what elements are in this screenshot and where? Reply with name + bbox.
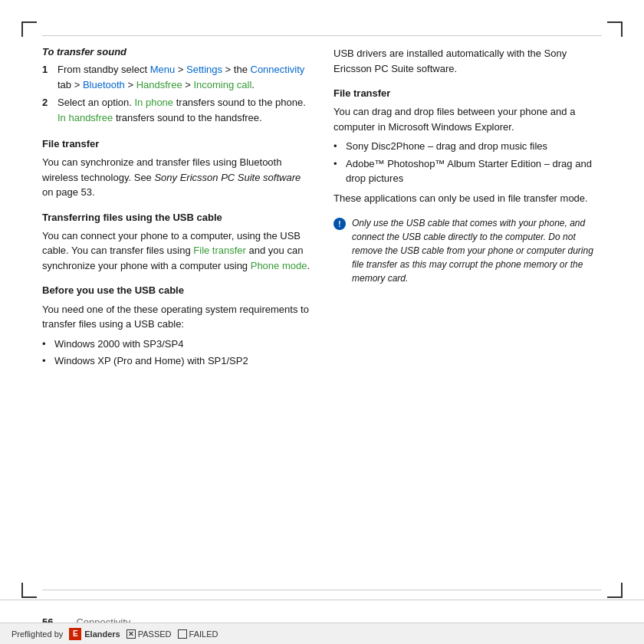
- before-usb-bullets: Windows 2000 with SP3/SP4 Windows XP (Pr…: [42, 337, 310, 369]
- bullet-text: Adobe™ Photoshop™ Album Starter Edition …: [346, 156, 602, 186]
- failed-indicator: FAILED: [178, 629, 219, 639]
- corner-mark-br: [607, 583, 623, 598]
- page-container: To transfer sound 1 From standby select …: [0, 0, 644, 644]
- elanders-logo: E Elanders: [69, 628, 120, 640]
- usb-drivers-text: USB drivers are installed automatically …: [334, 46, 602, 76]
- list-item: Adobe™ Photoshop™ Album Starter Edition …: [334, 156, 602, 186]
- file-transfer-footer: These applications can only be used in f…: [334, 191, 602, 206]
- before-usb-title: Before you use the USB cable: [42, 284, 310, 297]
- note-text: Only use the USB cable that comes with y…: [352, 216, 602, 285]
- note-box: ! Only use the USB cable that comes with…: [334, 216, 602, 285]
- list-item-2-text: Select an option. In phone transfers sou…: [58, 95, 310, 125]
- right-column: USB drivers are installed automatically …: [334, 38, 602, 583]
- before-usb-body: You need one of the these operating syst…: [42, 302, 310, 332]
- file-transfer-title-1: File transfer: [42, 137, 310, 151]
- numbered-list: 1 From standby select Menu > Settings > …: [42, 62, 310, 125]
- file-transfer-body-1: You can synchronize and transfer files u…: [42, 155, 310, 200]
- preflight-label: Preflighted by: [12, 629, 63, 639]
- corner-mark-bl: [21, 583, 37, 598]
- failed-checkbox: [178, 629, 187, 639]
- file-transfer-section-2: File transfer You can drag and drop file…: [334, 87, 602, 205]
- bluetooth-link: Bluetooth: [83, 79, 125, 90]
- file-transfer-link: File transfer: [193, 245, 246, 256]
- menu-link: Menu: [150, 64, 176, 75]
- bullet-text: Windows XP (Pro and Home) with SP1/SP2: [54, 353, 248, 369]
- in-phone-link: In phone: [134, 97, 173, 108]
- file-transfer-section-1: File transfer You can synchronize and tr…: [42, 137, 310, 200]
- connectivity-link: Connectivity: [251, 64, 305, 75]
- bullet-text: Sony Disc2Phone – drag and drop music fi…: [346, 139, 547, 154]
- passed-indicator: ✕ PASSED: [127, 629, 172, 639]
- list-item: Sony Disc2Phone – drag and drop music fi…: [334, 139, 602, 154]
- incoming-call-link: Incoming call: [193, 79, 251, 90]
- failed-label: FAILED: [189, 629, 219, 639]
- italic-text: Sony Ericsson PC Suite software: [154, 172, 301, 183]
- list-item: Windows 2000 with SP3/SP4: [42, 337, 310, 352]
- divider-line: [42, 590, 602, 590]
- file-transfer-bullets: Sony Disc2Phone – drag and drop music fi…: [334, 139, 602, 186]
- passed-checkbox: ✕: [127, 629, 136, 639]
- list-item-1-text: From standby select Menu > Settings > th…: [58, 62, 310, 92]
- corner-mark-tr: [607, 21, 623, 37]
- preflight-bar: Preflighted by E Elanders ✕ PASSED FAILE…: [0, 623, 644, 644]
- content-area: To transfer sound 1 From standby select …: [42, 38, 602, 583]
- list-item: 2 Select an option. In phone transfers s…: [42, 95, 310, 125]
- file-transfer-title-2: File transfer: [334, 87, 602, 100]
- left-column: To transfer sound 1 From standby select …: [42, 38, 310, 583]
- passed-label: PASSED: [138, 629, 172, 639]
- usb-title: Transferring files using the USB cable: [42, 211, 310, 225]
- in-handsfree-link: In handsfree: [58, 112, 113, 123]
- handsfree-link: Handsfree: [136, 79, 182, 90]
- before-usb-section: Before you use the USB cable You need on…: [42, 284, 310, 368]
- elanders-name: Elanders: [84, 629, 120, 639]
- file-transfer-body-2: You can drag and drop files between your…: [334, 104, 602, 134]
- usb-section: Transferring files using the USB cable Y…: [42, 211, 310, 274]
- usb-body: You can connect your phone to a computer…: [42, 228, 310, 274]
- section-title: To transfer sound: [42, 46, 310, 58]
- list-number-1: 1: [42, 62, 53, 92]
- list-item: 1 From standby select Menu > Settings > …: [42, 62, 310, 92]
- elanders-icon: E: [69, 628, 81, 640]
- list-number-2: 2: [42, 95, 53, 125]
- bullet-text: Windows 2000 with SP3/SP4: [54, 337, 183, 352]
- top-rule: [42, 35, 602, 36]
- phone-mode-link: Phone mode: [251, 260, 307, 271]
- settings-link: Settings: [186, 64, 222, 75]
- note-icon: !: [334, 218, 346, 230]
- list-item: Windows XP (Pro and Home) with SP1/SP2: [42, 353, 310, 369]
- corner-mark-tl: [21, 21, 37, 37]
